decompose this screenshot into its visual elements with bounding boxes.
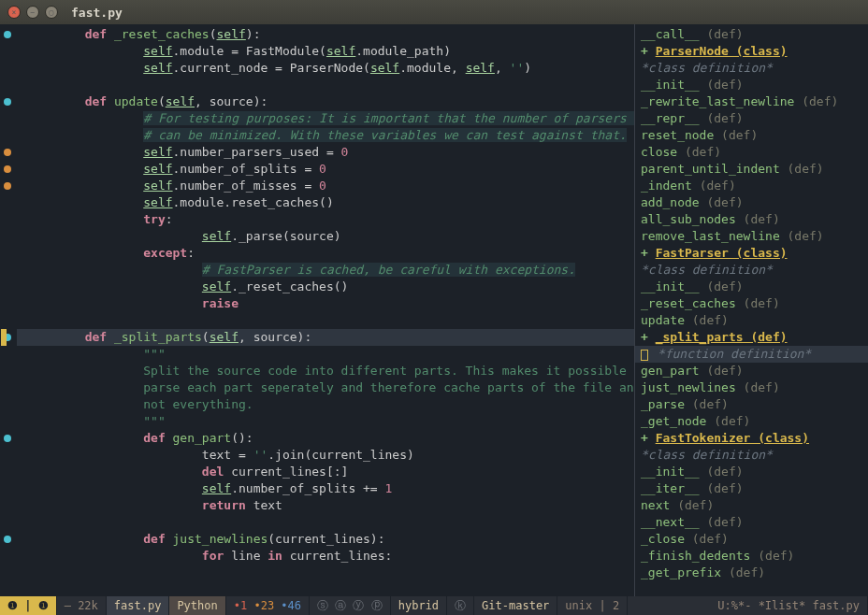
outline-item[interactable]: just_newlines (def) xyxy=(635,379,868,396)
statusbar: ❶ | ❶ — 22k fast.py Python •1 •23 •46 ⓢ … xyxy=(0,596,868,615)
outline-class[interactable]: + ParserNode (class) xyxy=(635,43,868,60)
code-line[interactable]: text = ''.join(current_lines) xyxy=(17,447,634,464)
code-editor[interactable]: def _reset_caches(self): self.module = F… xyxy=(0,24,634,596)
outline-item[interactable]: *class definition* xyxy=(635,447,868,464)
status-right: U:%*- *Ilist* fast.py xyxy=(710,596,868,615)
code-line[interactable]: # can be minimized. With these variables… xyxy=(17,127,634,144)
outline-item[interactable]: update (def) xyxy=(635,312,868,329)
outline-item[interactable]: __init__ (def) xyxy=(635,464,868,480)
fold-marker-icon[interactable] xyxy=(4,536,11,543)
outline-item[interactable]: gen_part (def) xyxy=(635,363,868,379)
status-encoding: unix | 2 xyxy=(557,596,628,615)
outline-item[interactable]: __repr__ (def) xyxy=(635,110,868,127)
outline-item[interactable]: __iter__ (def) xyxy=(635,480,868,497)
outline-item[interactable]: _close (def) xyxy=(635,531,868,548)
code-line[interactable]: """ xyxy=(17,413,634,430)
status-errors[interactable]: •1 •23 •46 xyxy=(226,596,310,615)
outline-class[interactable]: + _split_parts (def) xyxy=(635,329,868,346)
code-line[interactable]: self.module.reset_caches() xyxy=(17,194,634,211)
status-git[interactable]: Git-master xyxy=(474,596,557,615)
outline-item[interactable]: __init__ (def) xyxy=(635,77,868,93)
code-line[interactable]: except: xyxy=(17,245,634,262)
code-line[interactable]: # For testing purposes: It is important … xyxy=(17,110,634,127)
outline-item[interactable]: close (def) xyxy=(635,144,868,161)
outline-item[interactable]: remove_last_newline (def) xyxy=(635,228,868,245)
gutter xyxy=(0,24,17,596)
code-line[interactable]: def update(self, source): xyxy=(17,93,634,110)
outline-class[interactable]: + FastParser (class) xyxy=(635,245,868,262)
status-hybrid: hybrid xyxy=(391,596,447,615)
code-line[interactable]: def just_newlines(current_lines): xyxy=(17,531,634,548)
main-area: def _reset_caches(self): self.module = F… xyxy=(0,24,868,596)
outline-item[interactable]: *function definition* xyxy=(635,346,868,363)
code-area[interactable]: def _reset_caches(self): self.module = F… xyxy=(17,26,634,565)
outline-item[interactable]: _indent (def) xyxy=(635,178,868,194)
code-line[interactable]: self.number_of_misses = 0 xyxy=(17,178,634,194)
code-line[interactable] xyxy=(17,514,634,531)
code-line[interactable]: def gen_part(): xyxy=(17,430,634,447)
fold-marker-icon[interactable] xyxy=(4,435,11,442)
status-minor-modes[interactable]: ⓢ ⓐ ⓨ ⓟ xyxy=(310,596,391,615)
code-line[interactable]: self.number_of_splits += 1 xyxy=(17,480,634,497)
fold-marker-icon[interactable] xyxy=(4,98,11,106)
outline-item[interactable]: all_sub_nodes (def) xyxy=(635,211,868,228)
outline-item[interactable]: parent_until_indent (def) xyxy=(635,161,868,178)
outline-cursor-icon xyxy=(641,350,648,361)
code-line[interactable]: not everything. xyxy=(17,396,634,413)
outline-sidebar[interactable]: __call__ (def)+ ParserNode (class) *clas… xyxy=(634,24,868,596)
code-line[interactable]: self.current_node = ParserNode(self.modu… xyxy=(17,60,634,77)
close-icon[interactable]: × xyxy=(7,6,21,19)
outline-item[interactable]: *class definition* xyxy=(635,60,868,77)
code-line[interactable]: def _split_parts(self, source): xyxy=(17,329,634,346)
code-line[interactable]: try: xyxy=(17,211,634,228)
outline-item[interactable]: reset_node (def) xyxy=(635,127,868,144)
code-line[interactable]: self._parse(source) xyxy=(17,228,634,245)
code-line[interactable]: return text xyxy=(17,497,634,514)
outline-item[interactable]: _get_node (def) xyxy=(635,413,868,430)
minimize-icon[interactable]: − xyxy=(26,6,39,19)
outline-item[interactable]: _finish_dedents (def) xyxy=(635,548,868,565)
status-k: ⓚ xyxy=(447,596,474,615)
outline-item[interactable]: *class definition* xyxy=(635,262,868,279)
outline-item[interactable]: __next__ (def) xyxy=(635,514,868,531)
titlebar: × − ▢ fast.py xyxy=(0,0,868,24)
code-line[interactable]: self.module = FastModule(self.module_pat… xyxy=(17,43,634,60)
code-line[interactable] xyxy=(17,312,634,329)
outline-item[interactable]: _parse (def) xyxy=(635,396,868,413)
window-controls: × − ▢ xyxy=(7,6,58,19)
code-line[interactable]: # FastParser is cached, be careful with … xyxy=(17,262,634,279)
status-position: — 22k xyxy=(57,596,107,615)
outline-item[interactable]: __init__ (def) xyxy=(635,279,868,295)
outline-item[interactable]: _rewrite_last_newline (def) xyxy=(635,93,868,110)
outline-class[interactable]: + FastTokenizer (class) xyxy=(635,430,868,447)
fold-marker-icon[interactable] xyxy=(4,165,11,173)
status-warn[interactable]: ❶ | ❶ xyxy=(0,596,57,615)
status-file[interactable]: fast.py xyxy=(107,596,170,615)
code-line[interactable]: raise xyxy=(17,295,634,312)
maximize-icon[interactable]: ▢ xyxy=(45,6,58,19)
fold-marker-icon[interactable] xyxy=(4,31,11,38)
code-line[interactable]: parse each part seperately and therefore… xyxy=(17,379,634,396)
code-line[interactable]: Split the source code into different par… xyxy=(17,363,634,379)
window-title: fast.py xyxy=(71,6,123,20)
status-mode[interactable]: Python xyxy=(169,596,225,615)
outline-item[interactable]: add_node (def) xyxy=(635,194,868,211)
code-line[interactable]: del current_lines[:] xyxy=(17,464,634,480)
code-line[interactable]: """ xyxy=(17,346,634,363)
outline-item[interactable]: next (def) xyxy=(635,497,868,514)
outline-item[interactable]: _reset_caches (def) xyxy=(635,295,868,312)
outline-item[interactable]: _get_prefix (def) xyxy=(635,565,868,581)
code-line[interactable] xyxy=(17,77,634,93)
code-line[interactable]: self.number_parsers_used = 0 xyxy=(17,144,634,161)
code-line[interactable]: self._reset_caches() xyxy=(17,279,634,295)
outline-item[interactable]: __call__ (def) xyxy=(635,26,868,43)
cursor-bar-icon xyxy=(1,329,7,346)
code-line[interactable]: for line in current_lines: xyxy=(17,548,634,565)
code-line[interactable]: self.number_of_splits = 0 xyxy=(17,161,634,178)
fold-marker-icon[interactable] xyxy=(4,182,11,190)
fold-marker-icon[interactable] xyxy=(4,149,11,156)
code-line[interactable]: def _reset_caches(self): xyxy=(17,26,634,43)
